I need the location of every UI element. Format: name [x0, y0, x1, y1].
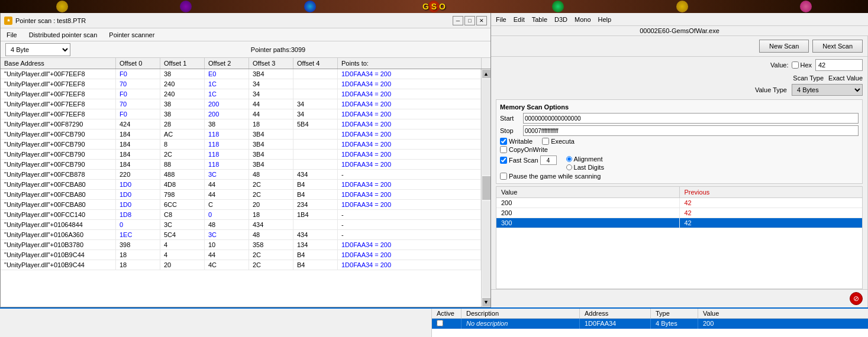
result-row[interactable]: 20042 — [496, 208, 862, 218]
bottom-icon-bar: ⊘ — [491, 289, 867, 307]
start-input[interactable] — [523, 113, 859, 124]
table-row[interactable]: "UnityPlayer.dll"+010B37803984103581341D… — [1, 240, 481, 250]
hex-checkbox[interactable] — [792, 61, 799, 69]
table-row[interactable]: "UnityPlayer.dll"+00FCB790184AC1183B41D0… — [1, 129, 481, 140]
row-active-checkbox[interactable] — [437, 320, 443, 326]
table-row[interactable]: "UnityPlayer.dll"+00F7EEF8F03820044341D0… — [1, 109, 481, 119]
ce-menu-table[interactable]: Table — [532, 16, 547, 23]
results-header: Value Previous — [496, 187, 862, 198]
table-row[interactable]: "UnityPlayer.dll"+010B9C44184442CB41D0FA… — [1, 250, 481, 260]
ce-menu-help[interactable]: Help — [598, 16, 612, 23]
value-type-row: Value Type 4 Bytes — [491, 83, 867, 97]
cell-value: 200 — [698, 319, 868, 329]
table-row[interactable]: "UnityPlayer.dll"+0106A3601EC5C43C48434- — [1, 230, 481, 240]
memory-scan-options: Memory Scan Options Start Stop — [496, 99, 863, 184]
pointer-scan-window: ★ Pointer scan : test8.PTR ─ □ ✕ File Di… — [0, 13, 491, 307]
window-restore-button[interactable]: □ — [464, 16, 475, 25]
pointer-scan-toolbar: 4 Byte Pointer paths:3099 — [1, 41, 491, 58]
fastscan-label: Fast Scan — [500, 155, 557, 165]
col-address: Address — [580, 309, 651, 318]
col-description: Description — [462, 309, 580, 318]
copyonwrite-checkbox[interactable] — [500, 146, 507, 153]
game-banner: G S O — [0, 0, 868, 13]
ce-main-window: File Edit Table D3D Mono Help 00002E60-G… — [491, 13, 868, 307]
col-offset1: Offset 1 — [160, 58, 205, 69]
window-titlebar: ★ Pointer scan : test8.PTR ─ □ ✕ — [1, 13, 491, 28]
table-row[interactable]: "UnityPlayer.dll"+00FCC1401D8C80181B4- — [1, 210, 481, 220]
scan-type-label: Scan Type — [793, 74, 824, 82]
scrollbar-thumb[interactable] — [482, 176, 491, 200]
result-row[interactable]: 20042 — [496, 198, 862, 208]
table-row[interactable]: "UnityPlayer.dll"+00F7EEF8703820044341D0… — [1, 99, 481, 109]
stop-input[interactable] — [523, 125, 859, 136]
fastscan-input[interactable] — [540, 155, 557, 165]
lastdigits-radio[interactable] — [566, 164, 572, 170]
fastscan-checkbox[interactable] — [500, 157, 507, 164]
menu-file[interactable]: File — [1, 30, 23, 40]
menu-pointer-scanner[interactable]: Pointer scanner — [103, 30, 160, 40]
col-offset4: Offset 4 — [293, 58, 338, 69]
ce-menubar: File Edit Table D3D Mono Help — [491, 13, 868, 26]
table-row[interactable]: "UnityPlayer.dll"+010B9C4418204C2CB41D0F… — [1, 260, 481, 270]
table-row[interactable]: "UnityPlayer.dll"+00F872904242838185B41D… — [1, 119, 481, 129]
cell-active — [432, 319, 462, 329]
memory-options-title: Memory Scan Options — [500, 103, 859, 111]
next-scan-button[interactable]: Next Scan — [812, 40, 863, 53]
copyonwrite-checkbox-label: CopyOnWrite — [500, 146, 548, 153]
writable-checkbox[interactable] — [500, 138, 507, 145]
value-label: Value: — [770, 61, 788, 69]
value-input[interactable] — [815, 59, 863, 71]
table-row[interactable]: "UnityPlayer.dll"+0106484403C48434- — [1, 220, 481, 230]
window-icon: ★ — [4, 17, 12, 25]
table-row[interactable]: "UnityPlayer.dll"+00F7EEF8F038E03B41D0FA… — [1, 69, 481, 79]
cell-description: No description — [462, 319, 580, 329]
table-row[interactable]: "UnityPlayer.dll"+00FCB7901842C1183B41D0… — [1, 150, 481, 160]
lastdigits-radio-label: Last Digits — [566, 164, 604, 171]
col-type: Type — [651, 309, 698, 318]
window-close-button[interactable]: ✕ — [476, 16, 487, 25]
table-row[interactable]: "UnityPlayer.dll"+00FCB79018481183B41D0F… — [1, 140, 481, 150]
table-row[interactable]: "UnityPlayer.dll"+00FCBA801D06CCC202341D… — [1, 200, 481, 210]
pointer-scan-menubar: File Distributed pointer scan Pointer sc… — [1, 28, 491, 41]
ce-menu-edit[interactable]: Edit — [514, 16, 525, 23]
col-offset2: Offset 2 — [205, 58, 249, 69]
col-points-to: Points to: — [338, 58, 481, 69]
window-title: Pointer scan : test8.PTR — [15, 17, 86, 24]
table-body: "UnityPlayer.dll"+00F7EEF8F038E03B41D0FA… — [1, 69, 491, 307]
value-type-select[interactable]: 4 Bytes — [792, 84, 863, 96]
col-previous-header: Previous — [680, 187, 863, 197]
ce-menu-mono[interactable]: Mono — [575, 16, 591, 23]
byte-type-select[interactable]: 4 Byte — [5, 43, 70, 56]
bottom-table-row[interactable]: No description 1D0FAA34 4 Bytes 200 — [432, 319, 868, 329]
value-type-label: Value Type — [755, 86, 787, 93]
cell-type: 4 Bytes — [651, 319, 698, 329]
bottom-address-list: Active Description Address Type Value No… — [432, 309, 868, 337]
executable-checkbox[interactable] — [542, 138, 549, 145]
scan-type-row: Scan Type Exact Value — [491, 73, 867, 83]
col-value-header: Value — [496, 187, 680, 197]
table-scrollbar[interactable]: ▲ ▼ — [481, 69, 491, 307]
table-row[interactable]: "UnityPlayer.dll"+00FCBA801D0798442CB41D… — [1, 190, 481, 200]
new-scan-button[interactable]: New Scan — [759, 40, 809, 53]
pointer-paths-label: Pointer paths:3099 — [70, 46, 486, 53]
pause-game-checkbox[interactable] — [500, 173, 507, 180]
game-title: G S O — [422, 2, 446, 11]
ce-menu-d3d[interactable]: D3D — [554, 16, 567, 23]
stop-icon[interactable]: ⊘ — [850, 292, 863, 305]
table-row[interactable]: "UnityPlayer.dll"+00FCB8782204883C48434- — [1, 170, 481, 180]
pointer-scan-table: Base Address Offset 0 Offset 1 Offset 2 … — [1, 58, 491, 307]
start-label: Start — [500, 115, 521, 122]
menu-distributed-scan[interactable]: Distributed pointer scan — [23, 30, 104, 40]
writable-checkbox-label: Writable — [500, 138, 533, 145]
alignment-radio[interactable] — [566, 156, 572, 162]
result-row[interactable]: 30042 — [496, 218, 862, 228]
table-row[interactable]: "UnityPlayer.dll"+00F7EEF8702401C341D0FA… — [1, 79, 481, 89]
bottom-bar: Active Description Address Type Value No… — [0, 307, 868, 337]
ce-menu-file[interactable]: File — [496, 16, 506, 23]
table-row[interactable]: "UnityPlayer.dll"+00FCBA801D04D8442CB41D… — [1, 180, 481, 190]
table-row[interactable]: "UnityPlayer.dll"+00FCB790184881183B41D0… — [1, 160, 481, 170]
cell-address: 1D0FAA34 — [580, 319, 651, 329]
window-minimize-button[interactable]: ─ — [453, 16, 463, 25]
ce-title: 00002E60-GemsOfWar.exe — [491, 26, 868, 36]
table-row[interactable]: "UnityPlayer.dll"+00F7EEF8F02401C341D0FA… — [1, 89, 481, 99]
